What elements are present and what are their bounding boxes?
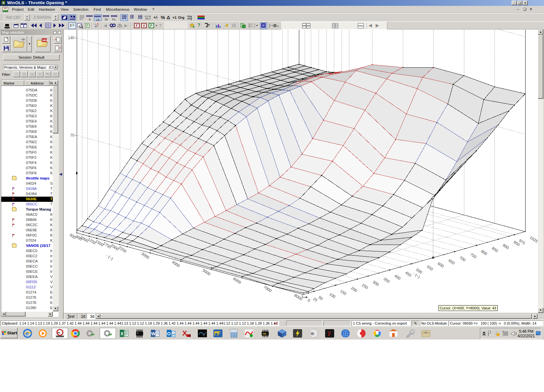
svg-text:Cursor: (X=600, Y=8000), Value: Cursor: (X=600, Y=8000), Value: 43 bbox=[440, 306, 496, 310]
svg-text:∞: ∞ bbox=[58, 330, 60, 334]
svg-text:800: 800 bbox=[480, 249, 488, 256]
svg-text:IOI..: IOI.. bbox=[111, 26, 114, 28]
svg-text:600: 600 bbox=[437, 261, 445, 269]
svg-text:400: 400 bbox=[393, 273, 402, 281]
svg-text:X: X bbox=[182, 329, 187, 337]
svg-text:tb: tb bbox=[311, 331, 314, 336]
svg-text:1025: 1025 bbox=[529, 235, 538, 244]
svg-text:25: 25 bbox=[312, 296, 318, 303]
svg-text:700: 700 bbox=[459, 255, 467, 262]
svg-text:3: 3 bbox=[203, 334, 204, 336]
svg-text:850: 850 bbox=[491, 246, 499, 253]
svg-text:O: O bbox=[167, 331, 171, 336]
svg-text:7: 7 bbox=[327, 330, 331, 337]
svg-text:900: 900 bbox=[502, 243, 510, 250]
svg-text:W: W bbox=[151, 331, 156, 336]
svg-text:350: 350 bbox=[383, 277, 391, 284]
svg-text:70: 70 bbox=[70, 133, 75, 138]
svg-text:600: 600 bbox=[69, 233, 77, 240]
svg-text:550: 550 bbox=[426, 264, 434, 272]
svg-text:150: 150 bbox=[339, 289, 347, 296]
svg-text:0: 0 bbox=[307, 298, 311, 303]
svg-text:140: 140 bbox=[68, 36, 74, 40]
svg-text:200: 200 bbox=[350, 286, 358, 293]
svg-text:HEX: HEX bbox=[42, 39, 48, 42]
svg-text:- (~): - (~) bbox=[105, 253, 114, 261]
svg-text:FB: FB bbox=[263, 332, 266, 335]
svg-text:50: 50 bbox=[318, 295, 324, 301]
svg-text:?: ? bbox=[208, 23, 210, 27]
svg-text:300: 300 bbox=[372, 280, 380, 287]
svg-text:450: 450 bbox=[404, 271, 413, 278]
svg-text:100: 100 bbox=[328, 292, 336, 299]
svg-text:650: 650 bbox=[448, 258, 456, 266]
svg-text:750: 750 bbox=[469, 252, 477, 259]
svg-text:X: X bbox=[120, 331, 124, 336]
svg-text:e: e bbox=[26, 330, 28, 337]
svg-text:250: 250 bbox=[361, 282, 369, 290]
